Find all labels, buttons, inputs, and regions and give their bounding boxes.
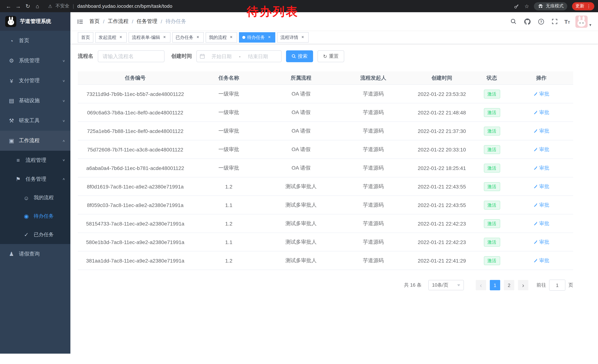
sidebar-collapse-button[interactable] (77, 18, 83, 25)
sidebar-item-system[interactable]: ⚙ 系统管理 ∨ (0, 51, 70, 71)
infrastructure-icon: ▤ (8, 97, 16, 104)
approve-link[interactable]: 审批 (533, 183, 549, 190)
table-row: 580e1b3d-7ac8-11ec-a9e2-a2380e71991a 1.1… (78, 233, 573, 251)
reset-button[interactable]: ↻ 重置 (317, 50, 344, 62)
page-button-2[interactable]: 2 (504, 280, 514, 290)
close-icon[interactable]: × (300, 35, 305, 40)
edit-icon (533, 258, 538, 263)
sidebar-item-todo-task[interactable]: ◉ 待办任务 (0, 207, 70, 226)
approve-link[interactable]: 审批 (533, 202, 549, 208)
approve-link[interactable]: 审批 (533, 146, 549, 153)
initiator-cell: 芋道源码 (337, 103, 409, 122)
tab-home[interactable]: 首页 (78, 32, 93, 43)
sidebar-item-label: 任务管理 (25, 176, 46, 182)
table-row: 75d72608-7b7f-11ec-a3c8-acde48001122 一级审… (78, 140, 573, 159)
person-icon: ♟ (8, 251, 16, 257)
close-icon[interactable]: × (229, 35, 234, 40)
sidebar-item-infra[interactable]: ▤ 基础设施 ∨ (0, 91, 70, 111)
close-icon[interactable]: × (195, 35, 200, 40)
close-icon[interactable]: × (267, 35, 272, 40)
tab-my-process[interactable]: 我的流程 × (206, 32, 237, 43)
sidebar-item-label: 基础设施 (19, 97, 40, 104)
prev-page-button[interactable]: ‹ (476, 280, 486, 290)
created-cell: 2022-01-22 21:37:30 (409, 122, 474, 140)
key-icon[interactable] (514, 3, 520, 9)
task-name-cell: 1.2 (193, 177, 265, 196)
browser-menu-icon[interactable]: ⋮ (587, 4, 591, 9)
tab-todo-task[interactable]: 待办任务 × (239, 32, 275, 43)
process-cell: OA 请假 (265, 103, 337, 122)
close-icon[interactable]: × (162, 35, 167, 40)
avatar (576, 15, 588, 28)
task-id-cell: 580e1b3d-7ac8-11ec-a9e2-a2380e71991a (78, 233, 193, 251)
created-cell: 2022-01-21 22:43:55 (409, 177, 474, 196)
sidebar-item-leave-query[interactable]: ♟ 请假查询 (0, 244, 70, 264)
update-button[interactable]: 更新 ⋮ (572, 2, 594, 10)
approve-link[interactable]: 审批 (533, 109, 549, 116)
bookmark-star-icon[interactable]: ☆ (524, 3, 529, 9)
approve-link[interactable]: 审批 (533, 220, 549, 227)
search-button[interactable]: 搜索 (286, 50, 313, 62)
sidebar-item-payment[interactable]: ¥ 支付管理 ∨ (0, 71, 70, 91)
edit-icon (533, 92, 538, 96)
sidebar-item-devtools[interactable]: ⚒ 研发工具 ∨ (0, 111, 70, 131)
browser-back-button[interactable]: ← (4, 3, 13, 9)
user-menu[interactable]: ▾ (576, 15, 591, 28)
chevron-up-icon: ∧ (62, 177, 65, 181)
fullscreen-icon[interactable] (551, 17, 559, 25)
tab-done-task[interactable]: 已办任务 × (172, 32, 204, 43)
edit-icon (533, 166, 538, 170)
page-size-select[interactable]: 10条/页 (428, 280, 464, 290)
approve-link[interactable]: 审批 (533, 90, 549, 97)
browser-forward-button[interactable]: → (13, 3, 23, 9)
approve-link[interactable]: 审批 (533, 239, 549, 245)
actions-cell: 审批 (509, 177, 573, 196)
tab-process-detail[interactable]: 流程详情 × (277, 32, 309, 43)
col-task-name: 任务名称 (193, 72, 265, 85)
app-logo-row[interactable]: 芋道管理系统 (0, 12, 70, 31)
filter-bar: 流程名 创建时间 - (78, 50, 590, 62)
goto-label: 前往 (537, 282, 546, 289)
chat-person-icon: ☺ (22, 194, 30, 201)
sidebar-item-workflow[interactable]: ▣ 工作流程 ∧ (0, 131, 70, 151)
page-button-1[interactable]: 1 (490, 280, 500, 290)
task-name-cell: 1.2 (193, 251, 265, 270)
sidebar-item-process-management[interactable]: ≡ 流程管理 ∨ (0, 151, 70, 170)
breadcrumb-home[interactable]: 首页 (89, 18, 100, 25)
help-icon[interactable]: ? (537, 17, 545, 25)
list-icon: ≡ (14, 157, 22, 163)
tab-process-form-edit[interactable]: 流程表单-编辑 × (129, 32, 170, 43)
browser-reload-button[interactable]: ↻ (23, 3, 33, 9)
search-icon[interactable] (509, 17, 518, 25)
goto-page-input[interactable] (549, 280, 565, 291)
approve-link[interactable]: 审批 (533, 128, 549, 134)
col-created: 创建时间 (409, 72, 474, 85)
created-cell: 2022-01-22 18:25:41 (409, 159, 474, 177)
close-icon[interactable]: × (118, 35, 123, 40)
status-cell: 激活 (474, 159, 509, 177)
goto-unit: 页 (568, 282, 573, 289)
sidebar-item-home[interactable]: ◔ 首页 (0, 31, 70, 51)
table-row: 73211d9d-7b9b-11ec-b5b7-acde48001122 一级审… (78, 85, 573, 103)
address-bar[interactable]: ⚠ 不安全 | dashboard.yudao.iocoder.cn/bpm/t… (48, 3, 173, 9)
sidebar-item-label: 流程管理 (25, 157, 46, 163)
chevron-down-icon: ∨ (62, 158, 65, 162)
initiator-cell: 芋道源码 (337, 251, 409, 270)
approve-link[interactable]: 审批 (533, 257, 549, 264)
browser-home-button[interactable]: ⌂ (33, 3, 42, 9)
tab-start-process[interactable]: 发起流程 × (95, 32, 127, 43)
approve-link[interactable]: 审批 (533, 165, 549, 171)
sidebar-item-task-management[interactable]: ⚑ 任务管理 ∧ (0, 170, 70, 188)
start-date-input[interactable] (206, 53, 238, 59)
sidebar-item-done-task[interactable]: ✓ 已办任务 (0, 226, 70, 244)
sidebar-item-my-process[interactable]: ☺ 我的流程 (0, 188, 70, 207)
font-size-icon[interactable]: TT (564, 18, 570, 25)
end-date-input[interactable] (242, 53, 274, 59)
date-range-picker[interactable]: - (196, 50, 282, 62)
edit-icon (533, 203, 538, 207)
actions-cell: 审批 (509, 233, 573, 251)
security-label: 不安全 (56, 3, 69, 9)
github-icon[interactable] (523, 17, 531, 25)
process-name-input[interactable] (98, 50, 165, 62)
next-page-button[interactable]: › (518, 280, 528, 290)
